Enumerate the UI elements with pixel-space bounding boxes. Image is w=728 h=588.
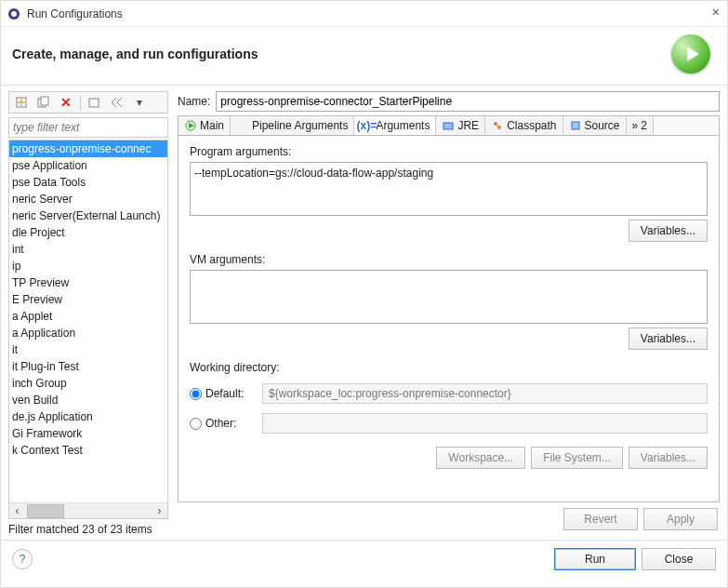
tab-label: Pipeline Arguments	[252, 119, 348, 132]
scroll-left-icon[interactable]: ‹	[9, 503, 25, 519]
tab-main[interactable]: Main	[179, 116, 231, 135]
tree-item[interactable]: E Preview	[9, 291, 167, 308]
workdir-variables-button[interactable]: Variables...	[629, 447, 708, 469]
svg-line-10	[112, 102, 116, 107]
svg-rect-19	[572, 122, 579, 129]
svg-line-18	[496, 124, 499, 127]
config-tree[interactable]: progress-onpremise-connecpse Application…	[8, 140, 168, 519]
collapse-icon[interactable]	[109, 94, 126, 111]
tab-pipeline-arguments[interactable]: Pipeline Arguments	[231, 116, 354, 135]
scroll-right-icon[interactable]: ›	[152, 503, 167, 519]
help-icon[interactable]: ?	[12, 549, 33, 569]
svg-line-11	[117, 98, 122, 102]
tree-item[interactable]: int	[9, 241, 167, 258]
workspace-button[interactable]: Workspace...	[436, 447, 525, 469]
eclipse-icon	[7, 7, 21, 21]
title-bar: Run Configurations ×	[1, 1, 727, 27]
tab-icon	[184, 119, 197, 132]
tab-label: Arguments	[376, 119, 430, 132]
tree-item[interactable]: progress-onpremise-connec	[9, 140, 167, 157]
tab-classpath[interactable]: Classpath	[485, 116, 563, 135]
scroll-thumb[interactable]	[27, 504, 64, 518]
tab-icon	[442, 119, 455, 132]
tree-item[interactable]: k Context Test	[9, 442, 167, 459]
default-radio[interactable]: Default:	[190, 387, 255, 400]
other-radio-input[interactable]	[190, 418, 202, 430]
tab-label: Source	[585, 119, 620, 132]
tab-source[interactable]: Source	[563, 116, 627, 135]
svg-line-9	[112, 98, 116, 102]
program-variables-button[interactable]: Variables...	[629, 220, 708, 242]
svg-rect-7	[41, 97, 48, 105]
tab-label: Classpath	[507, 119, 556, 132]
separator	[80, 95, 81, 110]
vm-args-textarea[interactable]	[190, 270, 708, 324]
overflow-chevron-icon: »	[632, 119, 639, 132]
tree-item[interactable]: a Applet	[9, 308, 167, 325]
svg-rect-8	[89, 99, 99, 107]
new-config-icon[interactable]	[13, 94, 30, 111]
other-dir-field	[262, 413, 708, 434]
tree-item[interactable]: ven Build	[9, 392, 167, 408]
vm-args-label: VM arguments:	[190, 253, 708, 266]
tab-label: JRE	[457, 119, 479, 132]
tab-strip: MainPipeline Arguments(x)=ArgumentsJRECl…	[178, 115, 720, 136]
program-args-label: Program arguments:	[190, 145, 708, 158]
tree-item[interactable]: TP Preview	[9, 274, 167, 291]
svg-line-12	[117, 102, 122, 107]
tab-body-arguments: Program arguments: Variables... VM argum…	[178, 136, 720, 502]
tree-item[interactable]: a Application	[9, 325, 167, 341]
apply-button[interactable]: Apply	[643, 508, 718, 530]
name-input[interactable]	[216, 91, 720, 112]
tree-item[interactable]: neric Server(External Launch)	[9, 207, 167, 224]
expand-icon[interactable]	[86, 94, 103, 111]
tree-item[interactable]: it Plug-in Test	[9, 358, 167, 375]
svg-point-1	[11, 11, 17, 17]
dialog-header: Create, manage, and run configurations	[1, 27, 727, 86]
left-toolbar: ✕ ▾	[8, 91, 168, 114]
duplicate-icon[interactable]	[35, 94, 52, 111]
tree-item[interactable]: it	[9, 341, 167, 358]
working-dir-label: Working directory:	[190, 361, 708, 374]
tree-item[interactable]: neric Server	[9, 191, 167, 207]
horizontal-scrollbar[interactable]: ‹ ›	[9, 502, 167, 518]
run-ball-icon	[671, 34, 710, 74]
tab-icon	[491, 119, 504, 132]
tree-item[interactable]: inch Group	[9, 375, 167, 392]
close-button[interactable]: Close	[642, 548, 716, 570]
tree-item[interactable]: Gi Framework	[9, 425, 167, 442]
tree-item[interactable]: pse Data Tools	[9, 174, 167, 191]
run-button[interactable]: Run	[554, 548, 636, 570]
tab-icon	[236, 119, 249, 132]
tab-label: Main	[200, 119, 224, 132]
filesystem-button[interactable]: File System...	[531, 447, 623, 469]
default-dir-field	[262, 383, 708, 404]
filter-status: Filter matched 23 of 23 items	[8, 523, 168, 536]
tree-item[interactable]: pse Application	[9, 157, 167, 174]
default-radio-input[interactable]	[190, 388, 202, 400]
tree-item[interactable]: de.js Application	[9, 408, 167, 425]
dialog-footer: ? Run Close	[1, 540, 727, 578]
name-label: Name:	[178, 95, 210, 108]
filter-input[interactable]	[8, 117, 168, 138]
program-args-textarea[interactable]	[190, 162, 708, 216]
svg-marker-2	[687, 47, 699, 61]
filter-box	[8, 117, 168, 138]
filter-dropdown-icon[interactable]: ▾	[131, 94, 148, 111]
tree-item[interactable]: dle Project	[9, 224, 167, 241]
vm-variables-button[interactable]: Variables...	[629, 327, 708, 350]
tab-icon: (x)=	[360, 119, 373, 132]
other-radio[interactable]: Other:	[190, 417, 255, 430]
close-icon[interactable]: ×	[712, 5, 720, 20]
tab-jre[interactable]: JRE	[436, 116, 485, 135]
svg-rect-15	[443, 123, 453, 129]
tab-overflow[interactable]: »2	[627, 116, 654, 135]
svg-marker-14	[189, 123, 194, 128]
window-title: Run Configurations	[27, 7, 123, 20]
tree-item[interactable]: ip	[9, 258, 167, 274]
delete-icon[interactable]: ✕	[58, 94, 74, 111]
tab-icon	[569, 119, 582, 132]
tab-arguments[interactable]: (x)=Arguments	[354, 116, 436, 135]
header-text: Create, manage, and run configurations	[12, 47, 671, 61]
revert-button[interactable]: Revert	[563, 508, 638, 530]
